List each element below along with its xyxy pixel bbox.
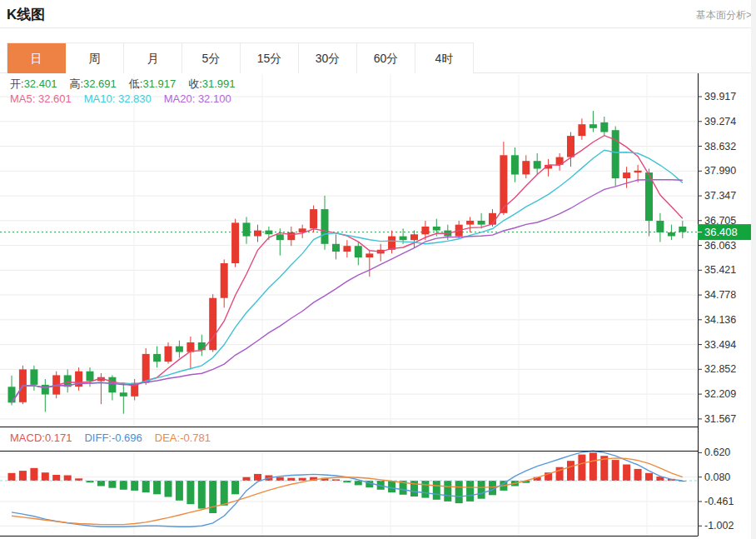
candle [612,127,619,187]
macd-bar [243,477,251,481]
macd-bar [187,481,194,504]
macd-bar [42,472,49,481]
tab-4时[interactable]: 4时 [415,43,474,73]
candle [600,117,608,136]
axis-label: -1.002 [704,520,734,532]
macd-bar [209,481,216,513]
candle [108,375,116,400]
axis-label: 31.567 [704,413,736,425]
macd-bar [567,461,574,481]
ohlc-legend: 开:32.401高:32.691低:31.917收:31.991 [10,77,248,92]
candle [120,385,127,414]
macd-bar [97,481,105,487]
candle [321,196,329,250]
candle [42,379,49,412]
macd-bar [355,481,362,485]
macd-bar [645,473,653,481]
tab-日[interactable]: 日 [7,43,66,73]
macd-bar [254,474,261,481]
candle [131,379,138,401]
fundamental-analysis-link[interactable]: 基本面分析> [696,8,752,22]
candle [556,153,564,171]
macd-bar [8,473,16,481]
candle [165,342,172,364]
candle [8,376,16,406]
axis-label: 37.347 [704,190,736,202]
macd-bar [131,481,138,491]
legend-item: DEA:-0.781 [155,432,211,444]
macd-bar [153,481,161,494]
tab-周[interactable]: 周 [66,43,124,73]
axis-label: 0.080 [704,472,730,483]
page-title: K线图 [7,5,45,24]
scrollbar[interactable] [751,0,756,539]
ma5-line [12,136,683,403]
macd-bar [455,481,463,503]
macd-bar [108,481,116,488]
axis-label: 39.917 [704,91,736,102]
legend-item: 低:31.917 [129,77,176,90]
candle [366,250,373,277]
axis-label: 32.209 [704,388,736,400]
candle [668,225,675,241]
axis-label: 35.421 [704,264,736,276]
current-price-tag: 36.408 [698,224,754,240]
candle [522,155,530,178]
axis-label: 0.620 [704,447,730,458]
tab-5分[interactable]: 5分 [182,43,241,73]
ma10-line [12,150,683,402]
macd-bar [198,481,206,509]
panel-header: K线图 基本面分析> [0,0,756,28]
axis-label: 34.778 [704,289,736,301]
candle [310,206,317,232]
macd-bar [52,475,60,481]
macd-bar [478,481,485,499]
candle [567,132,574,167]
tab-15分[interactable]: 15分 [241,43,299,73]
interval-tabs: 日周月5分15分30分60分4时 [7,42,474,73]
candle [388,231,395,254]
macd-bar [466,481,474,502]
legend-item: MA20: 32.100 [164,92,231,105]
legend-item: MA5: 32.601 [10,92,72,105]
candle [500,142,507,215]
legend-item: MA10: 32.830 [84,92,152,105]
candle [254,225,261,242]
candle [466,217,474,232]
axis-label: 36.063 [704,240,736,252]
candle [656,213,664,242]
macd-bar [30,468,37,481]
candle [87,367,94,387]
axis-label: -0.461 [704,496,734,507]
kline-panel: K线图 基本面分析> 日周月5分15分30分60分4时 39.91739.274… [0,0,756,539]
legend-item: 收:31.991 [188,77,235,90]
candle [287,227,295,246]
axis-label: 34.136 [704,314,736,326]
macd-bar [444,481,451,502]
macd-bar [142,481,150,492]
macd-bar [589,452,597,481]
tab-30分[interactable]: 30分 [299,43,357,73]
macd-bar [176,481,183,501]
macd-bar [578,455,585,481]
macd-legend: MACD:0.171DIFF:-0.696DEA:-0.781 [10,432,223,444]
macd-bar [433,481,440,500]
macd-bar [221,481,228,506]
candle [332,234,340,259]
candle [299,225,306,238]
candle [176,341,183,358]
tab-60分[interactable]: 60分 [357,43,415,73]
legend-item: DIFF:-0.696 [84,432,142,444]
axis-label: 38.632 [704,141,736,152]
candle [198,335,206,357]
macd-bar [64,476,72,482]
macd-bar [165,481,172,497]
macd-bar [612,460,619,481]
ma-legend: MA5: 32.601MA10: 32.830MA20: 32.100 [10,92,244,105]
candle [209,294,216,352]
candle [64,369,72,392]
candle [221,259,228,307]
candle [511,147,519,182]
axis-label: 39.274 [704,116,736,127]
tab-月[interactable]: 月 [124,43,182,73]
